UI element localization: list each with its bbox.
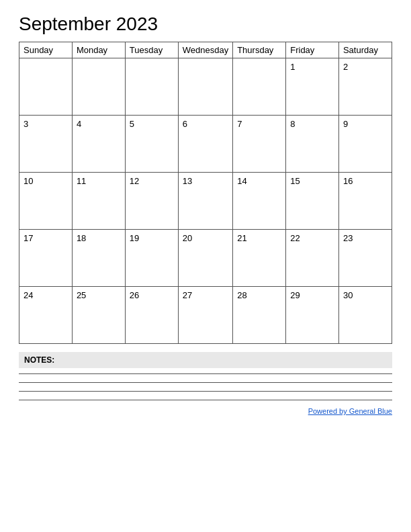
- calendar-table: SundayMondayTuesdayWednesdayThursdayFrid…: [19, 42, 392, 344]
- day-cell: 9: [338, 116, 392, 173]
- day-number: 16: [343, 176, 387, 186]
- day-cell: [19, 58, 73, 116]
- day-cell: 17: [19, 230, 73, 287]
- day-number: 8: [290, 119, 334, 129]
- day-number: 22: [290, 233, 334, 243]
- day-number: 7: [237, 119, 281, 129]
- day-cell: 14: [233, 173, 286, 230]
- notes-line-3: [19, 391, 392, 392]
- day-number: 1: [290, 62, 334, 72]
- day-number: 29: [290, 290, 334, 300]
- day-cell: [233, 58, 286, 116]
- day-cell: 1: [286, 58, 339, 116]
- day-cell: 2: [338, 58, 392, 116]
- week-row-0: 12: [19, 58, 392, 116]
- week-row-2: 10111213141516: [19, 173, 392, 230]
- day-cell: 18: [72, 230, 125, 287]
- notes-label: NOTES:: [19, 352, 392, 368]
- day-number: 15: [290, 176, 334, 186]
- week-row-4: 24252627282930: [19, 287, 392, 344]
- calendar-title: September 2023: [19, 13, 392, 35]
- day-cell: 23: [338, 230, 392, 287]
- day-cell: 7: [233, 116, 286, 173]
- day-number: 9: [343, 119, 387, 129]
- day-number: 24: [24, 290, 68, 300]
- day-cell: 20: [178, 230, 232, 287]
- day-cell: 10: [19, 173, 73, 230]
- header-cell-sunday: Sunday: [19, 42, 73, 58]
- notes-line-1: [19, 373, 392, 374]
- day-cell: 19: [125, 230, 178, 287]
- notes-section: NOTES:: [19, 352, 392, 400]
- day-number: 5: [130, 119, 174, 129]
- day-number: 3: [24, 119, 68, 129]
- powered-by-link[interactable]: Powered by General Blue: [308, 407, 392, 415]
- page: September 2023 SundayMondayTuesdayWednes…: [0, 0, 411, 532]
- day-cell: 8: [286, 116, 339, 173]
- header-cell-saturday: Saturday: [338, 42, 392, 58]
- header-cell-friday: Friday: [286, 42, 339, 58]
- day-cell: [125, 58, 178, 116]
- day-number: 13: [183, 176, 228, 186]
- day-cell: 21: [233, 230, 286, 287]
- day-cell: [72, 58, 125, 116]
- day-number: 19: [130, 233, 174, 243]
- day-cell: 27: [178, 287, 232, 344]
- day-cell: 15: [286, 173, 339, 230]
- day-cell: 6: [178, 116, 232, 173]
- header-cell-monday: Monday: [72, 42, 125, 58]
- day-cell: 28: [233, 287, 286, 344]
- day-number: 4: [77, 119, 121, 129]
- day-number: 25: [77, 290, 121, 300]
- day-cell: 13: [178, 173, 232, 230]
- day-number: 26: [130, 290, 174, 300]
- day-cell: 4: [72, 116, 125, 173]
- day-cell: 5: [125, 116, 178, 173]
- day-number: 6: [183, 119, 228, 129]
- day-number: 18: [77, 233, 121, 243]
- day-number: 2: [343, 62, 387, 72]
- day-cell: 29: [286, 287, 339, 344]
- day-number: 11: [77, 176, 121, 186]
- day-cell: 12: [125, 173, 178, 230]
- powered-by: Powered by General Blue: [19, 407, 392, 415]
- header-cell-wednesday: Wednesday: [178, 42, 232, 58]
- notes-line-4: [19, 400, 392, 400]
- day-number: 21: [237, 233, 281, 243]
- day-number: 14: [237, 176, 281, 186]
- day-cell: 3: [19, 116, 73, 173]
- day-cell: 22: [286, 230, 339, 287]
- day-number: 10: [24, 176, 68, 186]
- day-cell: 24: [19, 287, 73, 344]
- day-cell: 11: [72, 173, 125, 230]
- week-row-1: 3456789: [19, 116, 392, 173]
- day-cell: [178, 58, 232, 116]
- day-number: 30: [343, 290, 387, 300]
- day-number: 23: [343, 233, 387, 243]
- day-cell: 26: [125, 287, 178, 344]
- day-number: 28: [237, 290, 281, 300]
- header-cell-thursday: Thursday: [233, 42, 286, 58]
- day-number: 17: [24, 233, 68, 243]
- day-cell: 30: [338, 287, 392, 344]
- notes-lines: [19, 373, 392, 400]
- header-row: SundayMondayTuesdayWednesdayThursdayFrid…: [19, 42, 392, 58]
- day-cell: 25: [72, 287, 125, 344]
- notes-line-2: [19, 382, 392, 383]
- day-number: 20: [183, 233, 228, 243]
- day-number: 12: [130, 176, 174, 186]
- day-number: 27: [183, 290, 228, 300]
- day-cell: 16: [338, 173, 392, 230]
- week-row-3: 17181920212223: [19, 230, 392, 287]
- header-cell-tuesday: Tuesday: [125, 42, 178, 58]
